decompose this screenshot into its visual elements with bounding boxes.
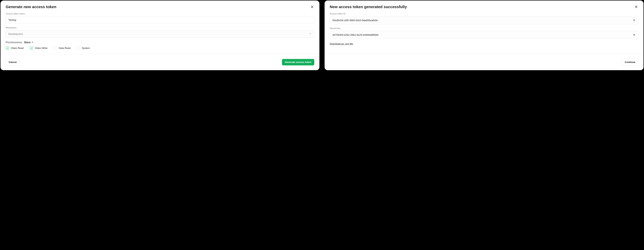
copy-secret-key-button[interactable] [632, 33, 636, 37]
permissions-label: Permissions: [6, 41, 23, 44]
close-button[interactable] [634, 5, 638, 10]
close-icon [310, 5, 314, 9]
workspace-select[interactable]: Development [6, 30, 314, 38]
cancel-button[interactable]: Cancel [6, 59, 20, 66]
svg-rect-6 [633, 19, 634, 21]
modal-title: Generate new access token [6, 5, 56, 9]
chevron-down-icon [309, 33, 312, 36]
check-icon [6, 47, 8, 49]
check-icon [30, 47, 32, 49]
workspace-value: Development [8, 33, 23, 36]
token-id-value: 93a35c54-c6f0-4960-b3c0-9da005ea6d3c [332, 19, 378, 22]
checkbox-video-read[interactable]: Video Read [6, 46, 24, 50]
svg-line-2 [32, 42, 32, 43]
secret-key-label: Secret Key [330, 27, 638, 30]
checkbox-box [30, 46, 33, 50]
token-id-label: Access token ID [330, 13, 638, 15]
modal-title: New access token generated successfully [330, 5, 407, 9]
copy-icon [633, 20, 635, 22]
download-env-link[interactable]: Download as .env file [330, 42, 353, 45]
workspace-label: Workspace [6, 27, 314, 29]
checkbox-data-read[interactable]: Data Read [54, 46, 70, 50]
checkbox-system[interactable]: System [77, 46, 90, 50]
token-name-label: Access token name [6, 13, 314, 15]
permissions-checkboxes: Video Read Video Write Data Read System [6, 46, 314, 50]
copy-token-id-button[interactable] [632, 19, 636, 22]
checkbox-box [77, 46, 80, 50]
token-id-field: 93a35c54-c6f0-4960-b3c0-9da005ea6d3c [330, 16, 638, 24]
continue-button[interactable]: Continue [622, 59, 638, 66]
checkbox-box [54, 46, 57, 50]
secret-key-value: d0759303-b252-4961-8a7b-b446fdd89060 [332, 34, 378, 36]
token-success-modal: New access token generated successfully … [324, 1, 644, 70]
close-button[interactable] [310, 5, 314, 10]
checkbox-video-write[interactable]: Video Write [30, 46, 48, 50]
checkbox-box [6, 46, 9, 50]
generate-token-modal: Generate new access token Access token n… [0, 1, 320, 70]
token-name-input[interactable] [6, 16, 314, 24]
secret-key-field: d0759303-b252-4961-8a7b-b446fdd89060 [330, 31, 638, 39]
external-link-icon [31, 41, 33, 44]
generate-token-button[interactable]: Generate access token [282, 59, 314, 65]
copy-icon [633, 34, 635, 36]
close-icon [634, 5, 638, 9]
svg-rect-8 [633, 34, 634, 35]
docs-link[interactable]: Docs [24, 41, 33, 44]
